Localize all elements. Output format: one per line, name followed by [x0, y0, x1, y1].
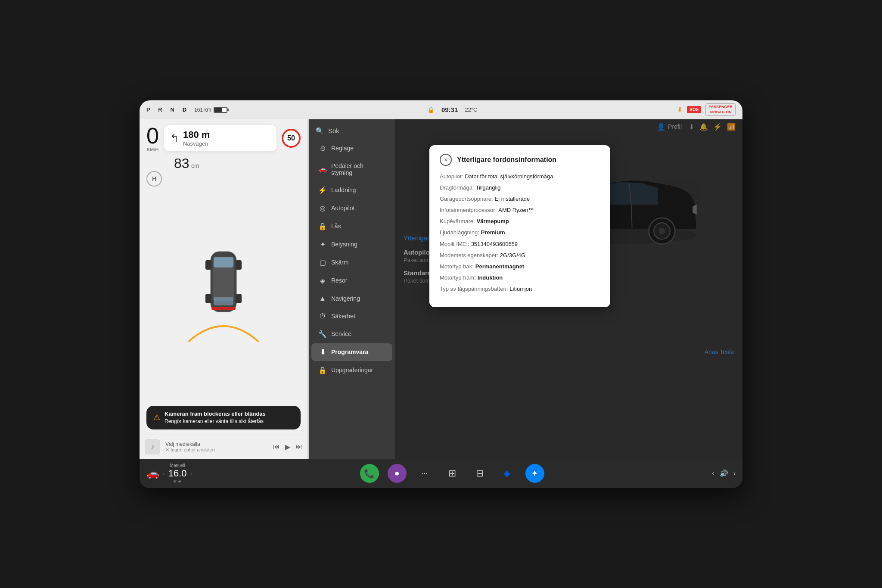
temp-decrease-button[interactable]: ‹ — [163, 470, 165, 477]
media-source: Välj mediekälla — [165, 441, 268, 447]
right-content-area: 👤 Profil ⬇ 🔔 ⚡ 📶 — [395, 119, 742, 459]
left-panel-driver: 0 KM/H ↰ 180 m Näsvägen 50 83 — [140, 119, 307, 459]
active-gear: D — [183, 106, 187, 113]
sidebar-label-resor: Resor — [331, 277, 347, 284]
camera-warning: ⚠ Kameran fram blockeras eller bländas R… — [146, 406, 301, 429]
sidebar-item-las[interactable]: 🔒 Lås — [311, 218, 392, 235]
modal-row-ljud: Ljudanläggning: Premium — [440, 229, 600, 236]
sidebar-label-laddning: Laddning — [331, 187, 356, 193]
pedaler-icon: 🚗 — [318, 165, 327, 173]
modal-row-dragformaga: Dragförmåga: Tillgänglig — [440, 184, 600, 192]
sidebar-item-sakerhet[interactable]: ⏱ Säkerhet — [311, 308, 392, 325]
sidebar-item-skarm[interactable]: ▢ Skärm — [311, 254, 392, 271]
temp-number: 16.0 — [168, 468, 187, 479]
sidebar-label-las: Lås — [331, 223, 341, 230]
main-content: 0 KM/H ↰ 180 m Näsvägen 50 83 — [140, 119, 742, 459]
car-top-view-svg — [202, 247, 245, 316]
bluetooth-button[interactable]: ✦ — [525, 464, 544, 483]
media-button[interactable]: ● — [388, 464, 407, 483]
prev-track-button[interactable]: ⏮ — [273, 443, 280, 451]
phone-button[interactable]: 📞 — [360, 464, 379, 483]
media-info: Välj mediekälla ✕ Ingen enhet ansluten — [165, 441, 268, 453]
speed-nav-row: 0 KM/H ↰ 180 m Näsvägen 50 — [140, 119, 307, 156]
top-bar-center: 🔒 09:31 22°C — [427, 106, 477, 113]
range-value: 161 km — [194, 107, 211, 113]
modal-value-infotainment: AMD Ryzen™ — [498, 206, 534, 214]
sidebar-label-reglage: Reglage — [331, 145, 354, 152]
play-button[interactable]: ▶ — [285, 443, 290, 451]
search-icon: 🔍 — [316, 127, 324, 135]
apps2-button[interactable]: ⊟ — [470, 464, 489, 483]
modal-label-motor-fram: Motortyp fram: — [440, 274, 476, 282]
modal-label-autopilot: Autopilot: — [440, 173, 463, 180]
belysning-icon: ✦ — [318, 240, 327, 249]
ambient-temp: 22°C — [465, 106, 477, 113]
warning-text: Kameran fram blockeras eller bländas Ren… — [165, 410, 266, 425]
modal-label-modem: Modemets egenskaper: — [440, 252, 498, 259]
sidebar-item-resor[interactable]: ◈ Resor — [311, 272, 392, 289]
sidebar-item-laddning[interactable]: ⚡ Laddning — [311, 181, 392, 199]
apps-button[interactable]: ⊞ — [443, 464, 462, 483]
volume-controls: 🔊 — [720, 469, 728, 477]
sensor-arc — [185, 307, 262, 345]
right-panel-tesla: 🔍 Sök ⊙ Reglage 🚗 Pedaler och styrning ⚡… — [309, 119, 742, 459]
modal-value-modem: 2G/3G/4G — [500, 252, 525, 259]
top-bar-left: P R N D 161 km — [146, 106, 227, 113]
modal-value-autopilot: Dator för total självkörningsförmåga — [465, 173, 553, 180]
airbag-line2: AIRBAG ON — [708, 110, 733, 115]
sidebar-item-service[interactable]: 🔧 Service — [311, 325, 392, 343]
sidebar-item-belysning[interactable]: ✦ Belysning — [311, 236, 392, 253]
sidebar-search[interactable]: 🔍 Sök — [309, 123, 395, 139]
laddning-icon: ⚡ — [318, 186, 327, 194]
nav-street: Näsvägen — [183, 140, 210, 147]
modal-close-button[interactable]: × — [440, 154, 452, 166]
modal-label-garage: Garageportsöppnare: — [440, 195, 493, 203]
modal-label-kupe: Kupévärmare: — [440, 218, 475, 225]
temp-increase-button[interactable]: › — [190, 470, 193, 477]
sidebar-item-reglage[interactable]: ⊙ Reglage — [311, 140, 392, 157]
sidebar-item-navigering[interactable]: ▲ Navigering — [311, 290, 392, 307]
gear-selector[interactable]: P R N D — [146, 106, 187, 113]
modal-row-motor-fram: Motortyp fram: Induktion — [440, 274, 600, 282]
sidebar-item-autopilot[interactable]: ◎ Autopilot — [311, 199, 392, 217]
dropbox-button[interactable]: ◈ — [498, 464, 517, 483]
nav-distance: 180 m — [183, 129, 210, 140]
sos-button[interactable]: SOS — [687, 106, 701, 113]
sidebar-item-pedaler[interactable]: 🚗 Pedaler och styrning — [311, 158, 392, 181]
download-icon: ⬇ — [677, 106, 683, 114]
bottom-left: 🚗 ‹ Manuell 16.0 ❄ ☀ › — [146, 463, 192, 484]
sidebar-item-programvara[interactable]: ⬇ Programvara — [311, 343, 392, 361]
sidebar-label-skarm: Skärm — [331, 259, 348, 266]
next-track-button[interactable]: ⏭ — [295, 443, 302, 451]
modal-value-motor-bak: Permanentmagnet — [475, 263, 524, 271]
temp-icons: ❄ ☀ — [168, 479, 187, 484]
battery-bar — [214, 107, 227, 113]
passenger-airbag-indicator: PASSENGER AIRBAG ON — [705, 103, 736, 116]
modal-label-ljud: Ljudanläggning: — [440, 229, 479, 236]
autopilot-icon: ◎ — [318, 204, 327, 212]
modal-value-imei: 351340493600659 — [471, 240, 518, 248]
volume-icon[interactable]: 🔊 — [720, 469, 728, 477]
modal-row-garage: Garageportsöppnare: Ej installerade — [440, 195, 600, 203]
music-note-icon: ♪ — [145, 439, 160, 454]
turn-arrow-icon: ↰ — [170, 132, 179, 144]
modal-value-kupe: Värmepump — [477, 218, 509, 225]
warning-subtitle: Rengör kameran eller vänta tills sikt åt… — [165, 418, 266, 425]
speed-limit-sign: 50 — [282, 129, 301, 148]
airbag-line1: PASSENGER — [708, 105, 733, 110]
modal-title: Ytterligare fordonsinformation — [457, 156, 556, 164]
screen-inner: P R N D 161 km 🔒 09:31 22°C ⬇ SOS — [140, 100, 742, 488]
svg-rect-7 — [236, 294, 242, 303]
sidebar-label-pedaler: Pedaler och styrning — [331, 162, 385, 176]
battery-info: 161 km — [194, 107, 227, 113]
next-chevron[interactable]: › — [733, 470, 736, 477]
modal-row-modem: Modemets egenskaper: 2G/3G/4G — [440, 252, 600, 259]
modal-row-infotainment: Infotainmentprocessor: AMD Ryzen™ — [440, 206, 600, 214]
more-options-button[interactable]: ··· — [415, 464, 434, 483]
nav-info: 180 m Näsvägen — [183, 129, 210, 147]
speedometer: 0 KM/H — [146, 124, 159, 152]
sidebar-item-uppgraderingar[interactable]: 🔒 Uppgraderingar — [311, 361, 392, 379]
prev-chevron[interactable]: ‹ — [712, 470, 714, 477]
modal-label-imei: Mobilt IMEI: — [440, 240, 469, 248]
modal-value-motor-fram: Induktion — [478, 274, 503, 282]
